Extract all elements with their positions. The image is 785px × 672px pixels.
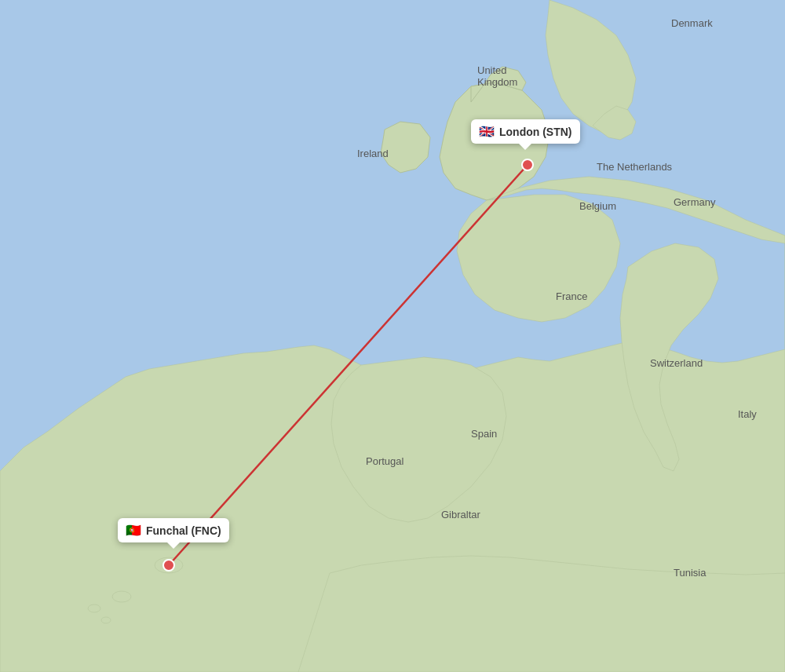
portugal-flag: 🇵🇹 [126,523,141,538]
svg-point-3 [101,617,111,623]
map-container: UnitedKingdom Denmark Ireland The Nether… [0,0,785,672]
funchal-dot [163,560,174,571]
funchal-airport-text: Funchal (FNC) [146,524,221,537]
map-svg [0,0,785,672]
svg-point-1 [112,591,131,602]
london-airport-text: London (STN) [499,126,572,138]
uk-flag: 🇬🇧 [479,124,495,139]
london-dot [522,159,533,170]
funchal-airport-label: 🇵🇹 Funchal (FNC) [118,518,229,542]
svg-point-2 [88,604,100,612]
london-airport-label: 🇬🇧 London (STN) [471,119,580,144]
